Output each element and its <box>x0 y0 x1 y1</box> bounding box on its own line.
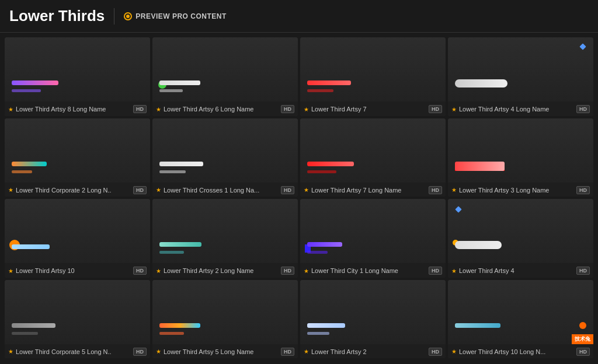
card-label-area: ★Lower Third City 1 Long NameHD <box>300 263 446 278</box>
star-icon: ★ <box>156 348 161 355</box>
card-item[interactable]: ★Lower Third Artsy 7 Long NameHD <box>300 118 446 197</box>
card-label-area: ★Lower Third Artsy 2 Long NameHD <box>152 263 298 278</box>
star-icon: ★ <box>451 187 457 193</box>
card-item[interactable]: ★Lower Third Artsy 5 Long NameHD <box>152 280 298 359</box>
card-label-area: ★Lower Third Corporate 2 Long N..HD <box>5 183 150 197</box>
card-thumbnail <box>448 37 593 102</box>
page-title: Lower Thirds <box>9 7 105 25</box>
hd-badge: HD <box>281 348 294 356</box>
card-label-area: ★Lower Third Artsy 4HD <box>448 263 593 278</box>
hd-badge: HD <box>429 186 442 194</box>
hd-badge: HD <box>429 348 442 356</box>
hd-badge: HD <box>576 348 590 356</box>
card-name: Lower Third Artsy 10 Long N... <box>459 348 545 355</box>
card-thumbnail <box>152 280 298 344</box>
card-thumbnail <box>152 199 298 263</box>
star-icon: ★ <box>8 268 13 274</box>
card-thumbnail <box>5 199 150 263</box>
card-item[interactable]: ★Lower Third Artsy 10HD <box>5 199 150 278</box>
card-label-area: ★Lower Third Artsy 8 Long NameHD <box>5 102 150 116</box>
star-icon: ★ <box>156 187 161 193</box>
card-name: Lower Third Artsy 10 <box>16 267 75 274</box>
hd-badge: HD <box>576 267 590 275</box>
hd-badge: HD <box>133 348 147 356</box>
star-icon: ★ <box>156 268 161 274</box>
card-item[interactable]: ★Lower Third Artsy 7HD <box>300 37 446 116</box>
card-item[interactable]: ★Lower Third Artsy 2HD <box>300 280 446 359</box>
star-icon: ★ <box>8 187 13 193</box>
hd-badge: HD <box>133 267 147 275</box>
card-item[interactable]: ★Lower Third Artsy 4HD <box>448 199 593 278</box>
card-item[interactable]: ★Lower Third Artsy 3 Long NameHD <box>448 118 593 197</box>
hd-badge: HD <box>576 105 590 113</box>
card-item[interactable]: 技术兔★Lower Third Artsy 10 Long N...HD <box>448 280 593 359</box>
star-icon: ★ <box>451 348 457 355</box>
star-icon: ★ <box>451 268 457 274</box>
card-name: Lower Third Artsy 7 Long Name <box>311 187 401 194</box>
card-item[interactable]: ★Lower Third Corporate 2 Long N..HD <box>5 118 150 197</box>
card-name: Lower Third Artsy 6 Long Name <box>164 106 253 113</box>
card-name: Lower Third Artsy 8 Long Name <box>16 106 106 113</box>
card-thumbnail <box>152 118 298 183</box>
card-label-area: ★Lower Third Artsy 7 Long NameHD <box>300 183 446 197</box>
card-thumbnail <box>448 118 593 183</box>
card-item[interactable]: ★Lower Third Artsy 8 Long NameHD <box>5 37 150 116</box>
card-thumbnail <box>300 280 446 344</box>
star-icon: ★ <box>8 106 13 113</box>
hd-badge: HD <box>281 186 294 194</box>
card-thumbnail <box>5 118 150 183</box>
star-icon: ★ <box>304 268 309 274</box>
card-thumbnail <box>300 118 446 183</box>
card-label-area: ★Lower Third Corporate 5 Long N..HD <box>5 344 150 359</box>
preview-dot-icon <box>124 12 132 20</box>
card-thumbnail <box>448 199 593 263</box>
star-icon: ★ <box>304 348 309 355</box>
star-icon: ★ <box>8 348 13 355</box>
card-name: Lower Third Corporate 5 Long N.. <box>16 348 112 355</box>
hd-badge: HD <box>429 105 442 113</box>
card-thumbnail <box>5 37 150 102</box>
hd-badge: HD <box>576 186 590 194</box>
card-name: Lower Third Corporate 2 Long N.. <box>16 187 112 194</box>
card-item[interactable]: ★Lower Third Artsy 6 Long NameHD <box>152 37 298 116</box>
card-item[interactable]: ★Lower Third Artsy 4 Long NameHD <box>448 37 593 116</box>
card-name: Lower Third Artsy 3 Long Name <box>459 187 549 194</box>
card-label-area: ★Lower Third Artsy 7HD <box>300 102 446 116</box>
star-icon: ★ <box>304 106 309 113</box>
hd-badge: HD <box>133 105 147 113</box>
card-item[interactable]: ★Lower Third Corporate 5 Long N..HD <box>5 280 150 359</box>
card-name: Lower Third Artsy 2 Long Name <box>164 267 253 274</box>
card-label-area: ★Lower Third Artsy 3 Long NameHD <box>448 183 593 197</box>
card-thumbnail <box>152 37 298 102</box>
card-name: Lower Third City 1 Long Name <box>311 267 398 274</box>
card-name: Lower Third Artsy 5 Long Name <box>164 348 253 355</box>
card-label-area: ★Lower Third Artsy 10 Long N...HD <box>448 344 593 359</box>
card-name: Lower Third Artsy 4 Long Name <box>459 106 549 113</box>
card-label-area: ★Lower Third Artsy 5 Long NameHD <box>152 344 298 359</box>
card-thumbnail <box>300 37 446 102</box>
star-icon: ★ <box>451 106 457 113</box>
hd-badge: HD <box>133 186 147 194</box>
card-thumbnail: 技术兔 <box>448 280 593 344</box>
card-label-area: ★Lower Third Artsy 10HD <box>5 263 150 278</box>
card-label-area: ★Lower Third Artsy 2HD <box>300 344 446 359</box>
card-label-area: ★Lower Third Artsy 4 Long NameHD <box>448 102 593 116</box>
hd-badge: HD <box>281 105 294 113</box>
card-label-area: ★Lower Third Crosses 1 Long Na...HD <box>152 183 298 197</box>
card-thumbnail <box>300 199 446 263</box>
preview-label: PREVIEW PRO CONTENT <box>135 12 227 20</box>
card-name: Lower Third Artsy 7 <box>311 106 367 113</box>
hd-badge: HD <box>281 267 294 275</box>
card-label-area: ★Lower Third Artsy 6 Long NameHD <box>152 102 298 116</box>
card-item[interactable]: ★Lower Third City 1 Long NameHD <box>300 199 446 278</box>
hd-badge: HD <box>429 267 442 275</box>
star-icon: ★ <box>156 106 161 113</box>
card-name: Lower Third Crosses 1 Long Na... <box>164 187 259 194</box>
preview-pro-badge[interactable]: PREVIEW PRO CONTENT <box>124 12 227 20</box>
card-grid: ★Lower Third Artsy 8 Long NameHD★Lower T… <box>0 33 598 363</box>
card-thumbnail <box>5 280 150 344</box>
card-item[interactable]: ★Lower Third Crosses 1 Long Na...HD <box>152 118 298 197</box>
card-name: Lower Third Artsy 2 <box>311 348 367 355</box>
card-item[interactable]: ★Lower Third Artsy 2 Long NameHD <box>152 199 298 278</box>
star-icon: ★ <box>304 187 309 193</box>
